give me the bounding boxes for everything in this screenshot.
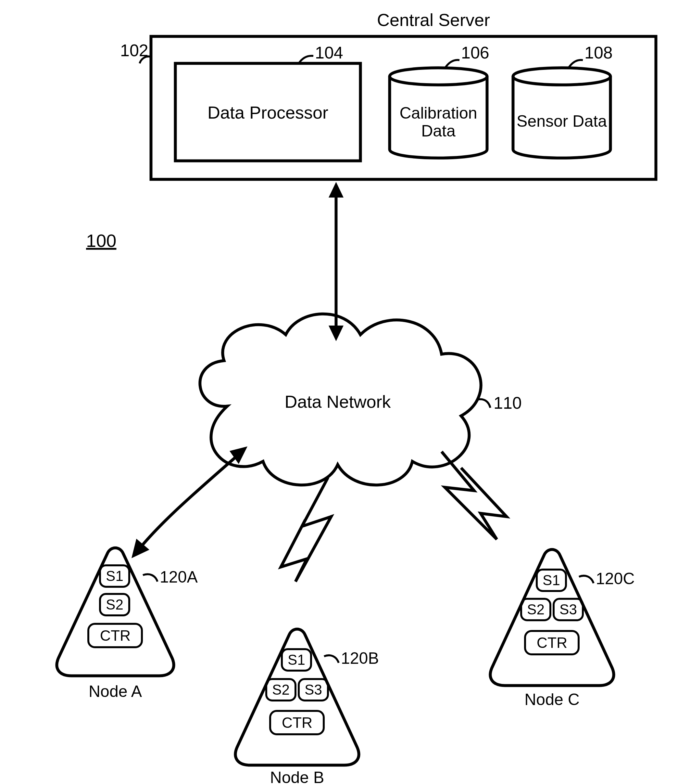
sensordata-label: Sensor Data bbox=[517, 112, 607, 130]
data-network-label: Data Network bbox=[284, 392, 391, 411]
node-b-s2: S2 bbox=[272, 682, 290, 698]
node-c-ctr: CTR bbox=[537, 634, 568, 651]
node-c-s1: S1 bbox=[542, 572, 560, 588]
node-b-ctr: CTR bbox=[282, 714, 313, 731]
node-c-s3: S3 bbox=[559, 601, 577, 617]
ref-120c-leader bbox=[579, 576, 593, 583]
calibration-label-1: Calibration bbox=[399, 104, 477, 122]
node-b-s3: S3 bbox=[305, 682, 322, 698]
node-a: S1 S2 CTR bbox=[57, 548, 174, 676]
node-a-name: Node A bbox=[89, 682, 142, 700]
cloud-nodeA-link bbox=[131, 446, 247, 558]
ref-120a: 120A bbox=[160, 568, 198, 586]
node-b-s1: S1 bbox=[288, 652, 305, 668]
server-title: Central Server bbox=[377, 10, 490, 30]
node-b-name: Node B bbox=[270, 768, 324, 784]
figure-ref: 100 bbox=[86, 231, 116, 251]
node-a-s2: S2 bbox=[106, 596, 123, 613]
ref-106: 106 bbox=[461, 43, 490, 62]
calibration-label-2: Data bbox=[421, 122, 455, 140]
ref-110-leader bbox=[477, 399, 490, 408]
ref-120a-leader bbox=[143, 574, 158, 581]
node-c-name: Node C bbox=[524, 690, 580, 708]
cloud-nodeB-link bbox=[281, 478, 331, 581]
svg-marker-1 bbox=[329, 182, 343, 198]
ref-102: 102 bbox=[120, 41, 148, 60]
ref-120b-leader bbox=[324, 656, 338, 663]
svg-marker-2 bbox=[329, 326, 343, 341]
node-a-ctr: CTR bbox=[100, 627, 131, 644]
node-a-s1: S1 bbox=[106, 568, 123, 584]
ref-108: 108 bbox=[585, 43, 613, 62]
ref-110: 110 bbox=[494, 394, 522, 412]
ref-120b: 120B bbox=[341, 649, 379, 667]
node-c-s2: S2 bbox=[527, 601, 545, 617]
ref-120c: 120C bbox=[596, 570, 635, 588]
data-processor-label: Data Processor bbox=[207, 103, 328, 122]
node-b: S1 S2 S3 CTR bbox=[235, 629, 359, 765]
node-c: S1 S2 S3 CTR bbox=[490, 549, 614, 685]
ref-104: 104 bbox=[315, 43, 343, 62]
cloud-nodeC-link bbox=[442, 451, 506, 539]
